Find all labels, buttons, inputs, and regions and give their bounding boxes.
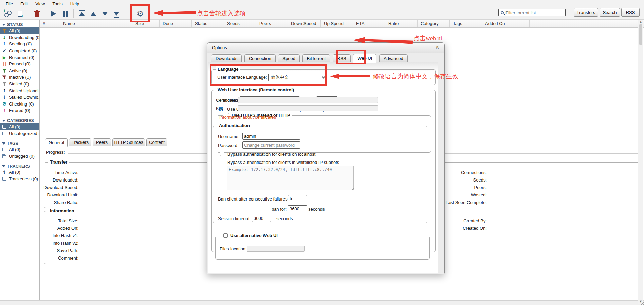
column-eta[interactable]: ETA <box>353 20 385 27</box>
close-icon[interactable]: ✕ <box>434 44 440 51</box>
certificate-input[interactable] <box>238 97 378 103</box>
ban-failures-label: Ban client after consecutive failures: <box>218 196 289 202</box>
tab-content[interactable]: Content <box>146 138 167 146</box>
torrent-filter[interactable] <box>498 9 566 16</box>
menu-edit[interactable]: Edit <box>17 1 32 7</box>
move-top-button[interactable] <box>77 9 86 18</box>
sidebar-item-stalled[interactable]: Stalled (0) <box>0 81 39 88</box>
add-torrent-link-button[interactable]: + <box>3 9 12 18</box>
move-bottom-button[interactable] <box>112 9 121 18</box>
pause-icon <box>2 62 7 66</box>
menu-file[interactable]: File <box>2 1 17 7</box>
add-torrent-file-button[interactable] <box>16 9 24 18</box>
sidebar-item-paused[interactable]: Paused (0) <box>0 61 39 68</box>
ban-for-input[interactable] <box>288 205 307 212</box>
trackers-header[interactable]: TRACKERS <box>0 163 39 169</box>
filter-input[interactable] <box>505 10 560 15</box>
tab-advanced[interactable]: Advanced <box>379 54 408 63</box>
subnet-whitelist-textarea[interactable] <box>227 166 354 190</box>
tags-header[interactable]: TAGS <box>0 140 39 146</box>
column-peers[interactable]: Peers <box>256 20 288 27</box>
sidebar-item-stalled-downloading[interactable]: ↓Stalled Downlo... <box>0 94 39 101</box>
tab-bittorrent[interactable]: BitTorrent <box>302 54 330 63</box>
categories-header[interactable]: CATEGORIES <box>0 117 39 123</box>
sidebar-item-all[interactable]: All (0) <box>0 27 39 34</box>
column-down-speed[interactable]: Down Speed <box>288 20 321 27</box>
session-timeout-input[interactable] <box>252 215 271 222</box>
column-up-speed[interactable]: Up Speed <box>321 20 353 27</box>
information-legend: Information <box>48 208 76 213</box>
sidebar-item-resumed[interactable]: ▶Resumed (0) <box>0 54 39 61</box>
column-name[interactable]: Name <box>60 20 132 27</box>
menu-view[interactable]: View <box>32 1 49 7</box>
tab-peers[interactable]: Peers <box>93 138 111 146</box>
scrollbar-thumb[interactable] <box>639 24 642 45</box>
scroll-up-icon[interactable]: ▲ <box>638 20 643 23</box>
key-label: Key: <box>216 106 225 111</box>
column-tags[interactable]: Tags <box>450 20 482 27</box>
password-input[interactable] <box>242 141 300 149</box>
column-seeds[interactable]: Seeds <box>224 20 256 27</box>
funnel-icon <box>2 75 7 80</box>
move-up-button[interactable] <box>89 9 98 18</box>
sidebar-item-errored[interactable]: !Errored (0) <box>0 107 39 114</box>
tab-general[interactable]: General <box>45 138 68 147</box>
bypass-localhost-label: Bypass authentication for clients on loc… <box>227 152 315 157</box>
column-status[interactable]: Status <box>192 20 224 27</box>
folder-icon <box>2 176 7 181</box>
share-ratio-label: Share Ratio: <box>41 200 78 205</box>
sidebar-tag-untagged[interactable]: Untagged (0) <box>0 153 39 160</box>
tab-connection[interactable]: Connection <box>244 54 276 63</box>
bypass-localhost-checkbox[interactable] <box>220 152 224 156</box>
column-ratio[interactable]: Ratio <box>385 20 418 27</box>
files-location-input[interactable] <box>247 246 305 252</box>
transfers-view-button[interactable]: Transfers <box>574 8 598 17</box>
certificates-info-link[interactable]: Information about certificates <box>219 115 276 120</box>
tab-downloads[interactable]: Downloads <box>211 54 242 63</box>
sidebar-category-uncategorized[interactable]: Uncategorized (0) <box>0 130 39 137</box>
column-category[interactable]: Category <box>418 20 450 27</box>
menu-tools[interactable]: Tools <box>49 1 66 7</box>
sidebar-item-checking[interactable]: ⚙Checking (0) <box>0 101 39 108</box>
sidebar-category-all[interactable]: All (0) <box>0 123 39 130</box>
tab-speed[interactable]: Speed <box>278 54 300 63</box>
download-speed-label: Download Speed: <box>41 185 78 190</box>
dialog-scrollbar[interactable]: ▲ ▼ <box>638 20 643 304</box>
alt-webui-checkbox[interactable] <box>223 233 228 238</box>
delete-button[interactable] <box>33 9 41 18</box>
column-number[interactable]: # <box>40 20 52 27</box>
language-annotation-text: 修改语言为简体中文，保存生效 <box>373 72 458 80</box>
username-input[interactable] <box>242 133 300 140</box>
column-added-on[interactable]: Added On <box>482 20 530 27</box>
key-input[interactable] <box>238 105 378 111</box>
sidebar-item-stalled-uploading[interactable]: ↑Stalled Uploadi... <box>0 87 39 94</box>
rss-view-button[interactable]: RSS <box>621 8 640 17</box>
resume-button[interactable] <box>49 9 58 18</box>
column-icon[interactable] <box>52 20 60 27</box>
sidebar-item-inactive[interactable]: Inactive (0) <box>0 74 39 81</box>
ban-failures-input[interactable] <box>288 195 307 202</box>
move-down-button[interactable] <box>100 9 109 18</box>
tab-http-sources[interactable]: HTTP Sources <box>112 138 145 146</box>
sidebar-item-downloading[interactable]: ↓Downloading (0) <box>0 34 39 41</box>
folder-icon <box>2 154 7 158</box>
pause-button[interactable] <box>61 9 70 18</box>
alt-webui-fieldset: Use alternative Web UI Files location: <box>215 236 430 260</box>
gear-annotation-arrow <box>153 9 196 16</box>
tags-section: TAGS All (0) Untagged (0) <box>0 140 39 159</box>
sidebar-item-completed[interactable]: ✔Completed (0) <box>0 47 39 54</box>
status-header[interactable]: STATUS <box>0 21 39 27</box>
add-link-icon: + <box>4 10 11 17</box>
search-view-button[interactable]: Search <box>600 8 620 17</box>
sidebar-tracker-all[interactable]: ↕All (0) <box>0 169 39 176</box>
tab-trackers[interactable]: Trackers <box>69 138 91 146</box>
gear-icon: ⚙ <box>2 101 7 106</box>
sidebar-tag-all[interactable]: All (0) <box>0 146 39 153</box>
sidebar-tracker-trackerless[interactable]: Trackerless (0) <box>0 176 39 183</box>
sidebar-item-active[interactable]: Active (0) <box>0 68 39 74</box>
bypass-subnet-checkbox[interactable] <box>220 160 224 164</box>
files-location-label: Files location: <box>220 246 246 251</box>
menu-help[interactable]: Help <box>67 1 83 7</box>
column-done[interactable]: Done <box>160 20 192 27</box>
sidebar-item-seeding[interactable]: ↑Seeding (0) <box>0 41 39 47</box>
